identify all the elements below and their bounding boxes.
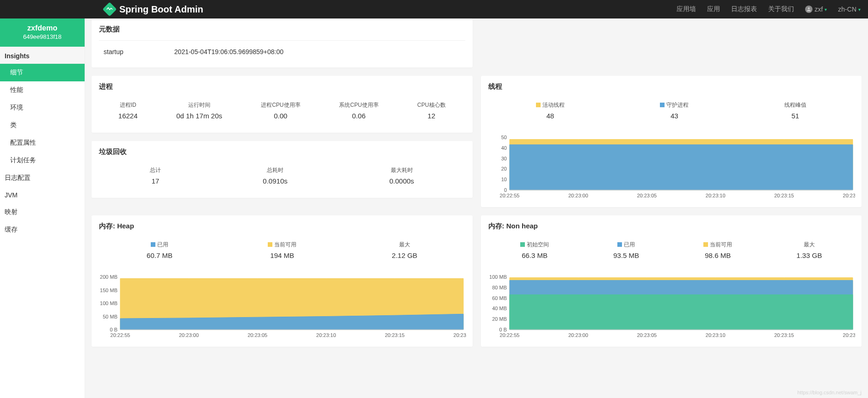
svg-text:20:23:10: 20:23:10 <box>705 193 725 198</box>
svg-text:20:23:05: 20:23:05 <box>637 332 657 338</box>
card-title: 元数据 <box>92 18 473 40</box>
svg-text:40: 40 <box>501 145 506 151</box>
svg-text:20:23:10: 20:23:10 <box>705 332 725 338</box>
sidebar-item-env[interactable]: 环境 <box>0 99 85 116</box>
nav-locale[interactable]: zh-CN ▾ <box>838 6 861 13</box>
nav-user[interactable]: zxf ▾ <box>805 6 827 13</box>
svg-text:30: 30 <box>501 156 506 161</box>
user-icon <box>805 6 813 13</box>
svg-text:80 MB: 80 MB <box>492 285 507 290</box>
svg-text:20:23:15: 20:23:15 <box>385 332 405 338</box>
svg-text:20:23:20: 20:23:20 <box>454 332 466 338</box>
svg-text:20:23:00: 20:23:00 <box>568 193 588 198</box>
card-title: 垃圾回收 <box>92 141 473 163</box>
nav-right: 应用墙 应用 日志报表 关于我们 zxf ▾ zh-CN ▾ <box>677 5 861 13</box>
chevron-down-icon: ▾ <box>858 7 861 12</box>
sidebar-item-config[interactable]: 配置属性 <box>0 134 85 152</box>
sidebar-item-performance[interactable]: 性能 <box>0 81 85 99</box>
svg-text:20 MB: 20 MB <box>492 316 507 322</box>
svg-point-0 <box>808 7 810 9</box>
card-process: 进程 进程ID16224运行时间0d 1h 17m 20s进程CPU使用率0.0… <box>92 76 473 133</box>
sidebar-item-tasks[interactable]: 计划任务 <box>0 152 85 169</box>
meta-value: 2021-05-04T19:06:05.9699859+08:00 <box>174 48 283 55</box>
svg-text:100 MB: 100 MB <box>489 275 507 280</box>
svg-text:20:23:20: 20:23:20 <box>843 332 855 338</box>
card-metadata: 元数据 startup 2021-05-04T19:06:05.9699859+… <box>92 18 473 67</box>
top-nav: Spring Boot Admin 应用墙 应用 日志报表 关于我们 zxf ▾… <box>0 0 868 18</box>
chevron-down-icon: ▾ <box>825 7 827 12</box>
nav-item[interactable]: 日志报表 <box>731 5 757 13</box>
card-gc: 垃圾回收 总计17总耗时0.0910s最大耗时0.0000s <box>92 141 473 198</box>
sidebar-item-classes[interactable]: 类 <box>0 116 85 134</box>
svg-text:20:22:55: 20:22:55 <box>111 332 130 338</box>
svg-text:50 MB: 50 MB <box>103 314 117 319</box>
svg-text:200 MB: 200 MB <box>100 275 117 280</box>
sidebar-section-insights[interactable]: Insights <box>0 47 85 64</box>
card-title: 内存: Heap <box>92 215 473 237</box>
nonheap-chart: 0 B20 MB40 MB60 MB80 MB100 MB20:22:5520:… <box>487 275 856 340</box>
threads-chart: 0102030405020:22:5520:23:0020:23:0520:23… <box>487 135 856 200</box>
svg-text:20:23:05: 20:23:05 <box>637 193 657 198</box>
svg-text:0: 0 <box>504 187 506 193</box>
svg-text:20:23:00: 20:23:00 <box>568 332 588 338</box>
svg-text:50: 50 <box>501 135 506 140</box>
svg-text:0 B: 0 B <box>499 327 507 332</box>
sidebar-header: zxfdemo 649ee9813f18 <box>0 18 85 47</box>
nav-item[interactable]: 关于我们 <box>768 5 794 13</box>
app-title: Spring Boot Admin <box>119 4 203 15</box>
sidebar-item-log-config[interactable]: 日志配置 <box>0 169 85 187</box>
sidebar-instance-id: 649ee9813f18 <box>0 33 85 40</box>
heap-chart: 0 B50 MB100 MB150 MB200 MB20:22:5520:23:… <box>98 275 466 340</box>
sidebar-item-details[interactable]: 细节 <box>0 64 85 81</box>
sidebar-app-name: zxfdemo <box>0 24 85 32</box>
svg-text:20:23:10: 20:23:10 <box>316 332 336 338</box>
svg-text:0 B: 0 B <box>110 327 117 332</box>
svg-text:20:23:15: 20:23:15 <box>774 332 794 338</box>
svg-text:40 MB: 40 MB <box>492 306 507 311</box>
svg-text:20:23:20: 20:23:20 <box>843 193 855 198</box>
card-nonheap: 内存: Non heap 初始空间66.3 MB已用93.5 MB当前可用98.… <box>481 215 862 347</box>
svg-text:20:22:55: 20:22:55 <box>499 332 519 338</box>
sidebar: zxfdemo 649ee9813f18 Insights 细节 性能 环境 类… <box>0 18 85 353</box>
svg-text:20:23:15: 20:23:15 <box>774 193 794 198</box>
nav-item[interactable]: 应用墙 <box>677 5 696 13</box>
svg-text:20:23:00: 20:23:00 <box>179 332 199 338</box>
card-heap: 内存: Heap 已用60.7 MB当前可用194 MB最大2.12 GB 0 … <box>92 215 473 347</box>
card-title: 内存: Non heap <box>481 215 862 237</box>
svg-text:60 MB: 60 MB <box>492 295 507 301</box>
nav-item[interactable]: 应用 <box>707 5 720 13</box>
svg-text:20:23:05: 20:23:05 <box>247 332 267 338</box>
svg-text:100 MB: 100 MB <box>100 300 117 306</box>
app-logo-icon <box>102 2 117 16</box>
card-title: 线程 <box>481 76 862 98</box>
svg-text:20:22:55: 20:22:55 <box>499 193 519 198</box>
card-title: 进程 <box>92 76 473 98</box>
svg-text:20: 20 <box>501 166 506 171</box>
sidebar-item-jvm[interactable]: JVM <box>0 187 85 203</box>
card-threads: 线程 活动线程48守护进程43线程峰值51 0102030405020:22:5… <box>481 76 862 207</box>
svg-text:150 MB: 150 MB <box>100 288 117 293</box>
meta-key: startup <box>104 48 123 55</box>
svg-text:10: 10 <box>501 177 506 182</box>
sidebar-item-mappings[interactable]: 映射 <box>0 203 85 221</box>
sidebar-item-caches[interactable]: 缓存 <box>0 221 85 239</box>
